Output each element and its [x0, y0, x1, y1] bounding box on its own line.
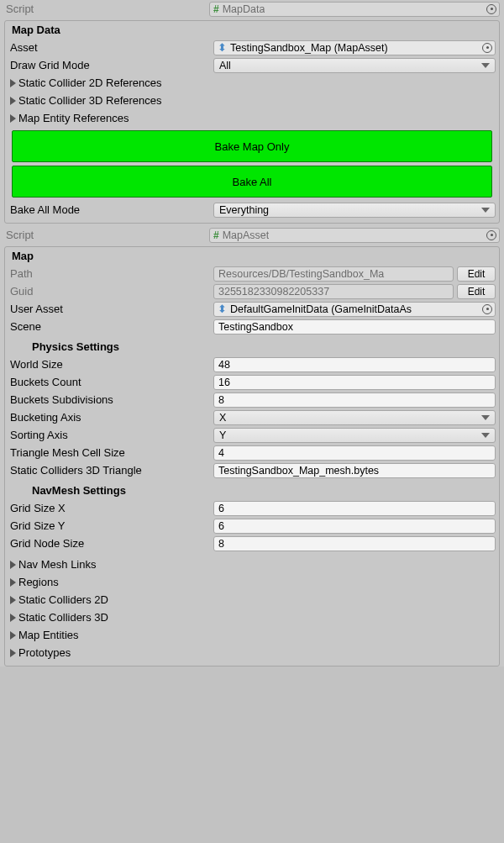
foldout-static-3d-refs[interactable]: Static Collider 3D References: [8, 94, 210, 107]
chevron-down-icon: [481, 433, 490, 438]
asset-field[interactable]: ⬍ TestingSandbox_Map (MapAsset): [213, 40, 496, 55]
object-picker-icon[interactable]: [482, 43, 492, 53]
guid-field: 3255182330982205337: [213, 284, 454, 299]
foldout-triangle-icon: [10, 114, 16, 123]
asset-label: Asset: [10, 41, 38, 54]
mapdata-section: Map Data Asset ⬍ TestingSandbox_Map (Map…: [4, 20, 500, 224]
buckets-count-label: Buckets Count: [10, 376, 81, 388]
script-value-2: MapAsset: [223, 229, 270, 241]
static-tri-field[interactable]: TestingSandbox_Map_mesh.bytes: [213, 463, 496, 478]
buckets-subdiv-field[interactable]: 8: [213, 393, 496, 408]
foldout-triangle-icon: [10, 596, 16, 604]
script-label-2: Script: [6, 229, 34, 241]
static-tri-label: Static Colliders 3D Triangle: [10, 464, 142, 477]
bake-all-mode-dropdown[interactable]: Everything: [213, 203, 496, 218]
sorting-axis-dropdown[interactable]: Y: [213, 428, 496, 443]
buckets-count-field[interactable]: 16: [213, 375, 496, 390]
chevron-down-icon: [481, 415, 490, 420]
map-heading: Map: [5, 249, 499, 265]
foldout-triangle-icon: [10, 614, 16, 622]
mapdata-heading: Map Data: [5, 23, 499, 39]
map-section: Map Path Resources/DB/TestingSandbox_Ma …: [4, 246, 500, 666]
bake-all-mode-label: Bake All Mode: [10, 203, 80, 216]
foldout-static-colliders-2d[interactable]: Static Colliders 2D: [8, 593, 210, 606]
object-picker-icon[interactable]: [486, 230, 496, 240]
tri-cell-label: Triangle Mesh Cell Size: [10, 446, 125, 459]
foldout-prototypes[interactable]: Prototypes: [8, 646, 210, 659]
grid-x-field[interactable]: 6: [213, 501, 496, 516]
scene-label: Scene: [10, 320, 41, 333]
path-label: Path: [10, 267, 33, 280]
bucketing-axis-dropdown[interactable]: X: [213, 410, 496, 425]
grid-y-field[interactable]: 6: [213, 519, 496, 534]
world-size-label: World Size: [10, 358, 63, 371]
foldout-map-entities[interactable]: Map Entities: [8, 629, 210, 641]
cs-script-icon: #: [213, 3, 219, 15]
physics-heading: Physics Settings: [5, 335, 499, 356]
tri-cell-field[interactable]: 4: [213, 445, 496, 461]
user-asset-field[interactable]: ⬍ DefaultGameInitData (GameInitDataAs: [213, 302, 496, 317]
foldout-static-colliders-3d[interactable]: Static Colliders 3D: [8, 611, 210, 624]
script-field-mapasset[interactable]: # MapAsset: [209, 228, 500, 243]
path-edit-button[interactable]: Edit: [457, 266, 496, 282]
chevron-down-icon: [481, 63, 490, 68]
navmesh-heading: NavMesh Settings: [5, 479, 499, 499]
bake-all-button[interactable]: Bake All: [12, 166, 492, 198]
cs-script-icon: #: [213, 229, 219, 241]
foldout-triangle-icon: [10, 561, 16, 569]
grid-node-field[interactable]: 8: [213, 536, 496, 551]
buckets-subdiv-label: Buckets Subdivisions: [10, 393, 113, 406]
user-asset-label: User Asset: [10, 303, 63, 315]
guid-label: Guid: [10, 285, 33, 298]
prefab-icon: ⬍: [218, 303, 227, 315]
object-picker-icon[interactable]: [486, 4, 496, 14]
grid-x-label: Grid Size X: [10, 502, 66, 514]
draw-grid-mode-label: Draw Grid Mode: [10, 59, 90, 71]
sorting-axis-label: Sorting Axis: [10, 429, 68, 441]
foldout-regions[interactable]: Regions: [8, 576, 210, 588]
foldout-triangle-icon: [10, 97, 16, 105]
path-field: Resources/DB/TestingSandbox_Ma: [213, 266, 454, 282]
script-field-mapdata[interactable]: # MapData: [209, 2, 500, 17]
script-label-1: Script: [6, 3, 34, 15]
foldout-static-2d-refs[interactable]: Static Collider 2D References: [8, 76, 210, 89]
foldout-navmesh-links[interactable]: Nav Mesh Links: [8, 558, 210, 571]
bucketing-axis-label: Bucketing Axis: [10, 411, 81, 424]
foldout-triangle-icon: [10, 649, 16, 657]
foldout-map-entity-refs[interactable]: Map Entity References: [8, 112, 210, 124]
foldout-triangle-icon: [10, 631, 16, 640]
bake-map-only-button[interactable]: Bake Map Only: [12, 130, 492, 162]
draw-grid-mode-dropdown[interactable]: All: [213, 58, 496, 73]
foldout-triangle-icon: [10, 578, 16, 587]
prefab-icon: ⬍: [218, 41, 227, 54]
chevron-down-icon: [481, 208, 490, 213]
foldout-triangle-icon: [10, 79, 16, 87]
grid-node-label: Grid Node Size: [10, 537, 84, 550]
object-picker-icon[interactable]: [482, 304, 492, 314]
world-size-field[interactable]: 48: [213, 357, 496, 372]
script-value-1: MapData: [223, 3, 265, 15]
grid-y-label: Grid Size Y: [10, 519, 66, 532]
scene-field[interactable]: TestingSandbox: [213, 319, 496, 335]
guid-edit-button[interactable]: Edit: [457, 284, 496, 299]
